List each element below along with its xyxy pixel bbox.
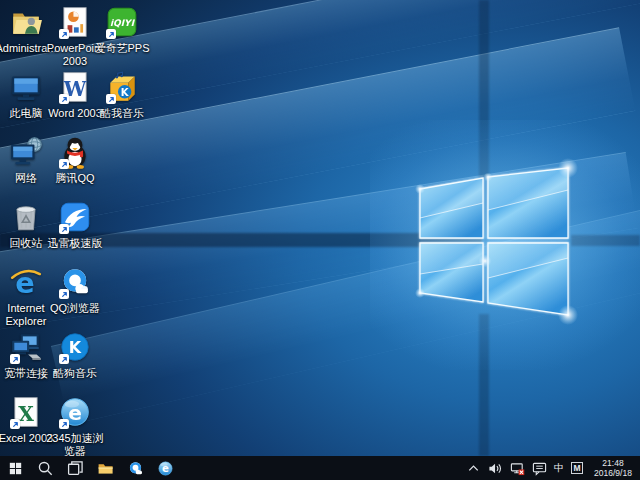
action-center-icon: [532, 461, 547, 476]
network-disconnected-icon: [510, 461, 525, 476]
iqiyi-icon: iQIYI: [105, 5, 139, 39]
desktop-icon-label: 酷我音乐: [91, 107, 153, 120]
svg-text:K: K: [121, 87, 130, 98]
desktop-icon-xunlei[interactable]: 迅雷极速版: [44, 200, 106, 250]
taskbar-button-2345-browser[interactable]: e: [150, 456, 180, 480]
user-folder-icon: [9, 5, 43, 39]
shortcut-arrow-icon: [10, 419, 20, 429]
broadband-connection-icon: [9, 330, 43, 364]
e2345-browser-icon: e: [58, 395, 92, 429]
taskbar: e 中 M 21:48 2016/9/18: [0, 456, 640, 480]
tencent-qq-icon: [58, 135, 92, 169]
taskbar-buttons: e: [0, 456, 180, 480]
desktop-icon-grid: Administra... PowerPoint 2003 iQIYI 爱奇艺P…: [0, 0, 640, 456]
desktop-icon-2345-browser[interactable]: e 2345加速浏览器: [44, 395, 106, 458]
excel-2003-icon: X: [9, 395, 43, 429]
desktop-icon-label: 迅雷极速版: [44, 237, 106, 250]
taskbar-button-start[interactable]: [0, 456, 30, 480]
shortcut-arrow-icon: [59, 289, 69, 299]
tray-network-status-button[interactable]: [510, 460, 525, 476]
taskbar-button-file-explorer[interactable]: [90, 456, 120, 480]
desktop-icon-tencent-qq[interactable]: 腾讯QQ: [44, 135, 106, 185]
svg-text:X: X: [18, 402, 34, 426]
qq-browser-icon: [58, 265, 92, 299]
desktop-icon-label: 爱奇艺PPS: [91, 42, 153, 55]
powerpoint-2003-icon: [58, 5, 92, 39]
tray-volume-button[interactable]: [488, 460, 503, 476]
taskbar-button-qq-browser[interactable]: [120, 456, 150, 480]
tray-hidden-icons-button[interactable]: [466, 460, 481, 476]
xunlei-icon: [58, 200, 92, 234]
shortcut-arrow-icon: [59, 159, 69, 169]
network-icon: [9, 135, 43, 169]
clock-date: 2016/9/18: [590, 468, 636, 478]
tray-icons: [466, 460, 547, 476]
desktop-icon-label: 酷狗音乐: [44, 367, 106, 380]
clock-time: 21:48: [590, 458, 636, 468]
desktop-icon-kugou-music[interactable]: K 酷狗音乐: [44, 330, 106, 380]
ime-badge[interactable]: M: [571, 462, 583, 474]
kugou-music-icon: K: [58, 330, 92, 364]
shortcut-arrow-icon: [59, 94, 69, 104]
shortcut-arrow-icon: [106, 29, 116, 39]
desktop: Administra... PowerPoint 2003 iQIYI 爱奇艺P…: [0, 0, 640, 480]
desktop-icon-label: QQ浏览器: [44, 302, 106, 315]
desktop-icon-qq-browser[interactable]: QQ浏览器: [44, 265, 106, 315]
taskbar-button-search[interactable]: [30, 456, 60, 480]
this-pc-icon: [9, 70, 43, 104]
desktop-icon-label: 腾讯QQ: [44, 172, 106, 185]
desktop-icon-kuwo-music[interactable]: K 酷我音乐: [91, 70, 153, 120]
shortcut-arrow-icon: [59, 419, 69, 429]
ime-language-indicator[interactable]: 中: [554, 462, 564, 474]
word-2003-icon: W: [58, 70, 92, 104]
system-tray: 中 M 21:48 2016/9/18: [466, 456, 640, 480]
taskbar-button-task-view[interactable]: [60, 456, 90, 480]
kuwo-music-icon: K: [105, 70, 139, 104]
shortcut-arrow-icon: [59, 224, 69, 234]
svg-text:K: K: [69, 338, 82, 357]
shortcut-arrow-icon: [10, 354, 20, 364]
shortcut-arrow-icon: [106, 94, 116, 104]
recycle-bin-icon: [9, 200, 43, 234]
internet-explorer-icon: e: [9, 265, 43, 299]
chevron-up-icon: [466, 461, 481, 476]
desktop-icon-label: 2345加速浏览器: [44, 432, 106, 458]
taskbar-clock[interactable]: 21:48 2016/9/18: [590, 458, 636, 478]
shortcut-arrow-icon: [59, 29, 69, 39]
shortcut-arrow-icon: [59, 354, 69, 364]
tray-action-center-button[interactable]: [532, 460, 547, 476]
desktop-icon-iqiyi-pps[interactable]: iQIYI 爱奇艺PPS: [91, 5, 153, 55]
svg-text:iQIYI: iQIYI: [110, 18, 136, 28]
speaker-icon: [488, 461, 503, 476]
